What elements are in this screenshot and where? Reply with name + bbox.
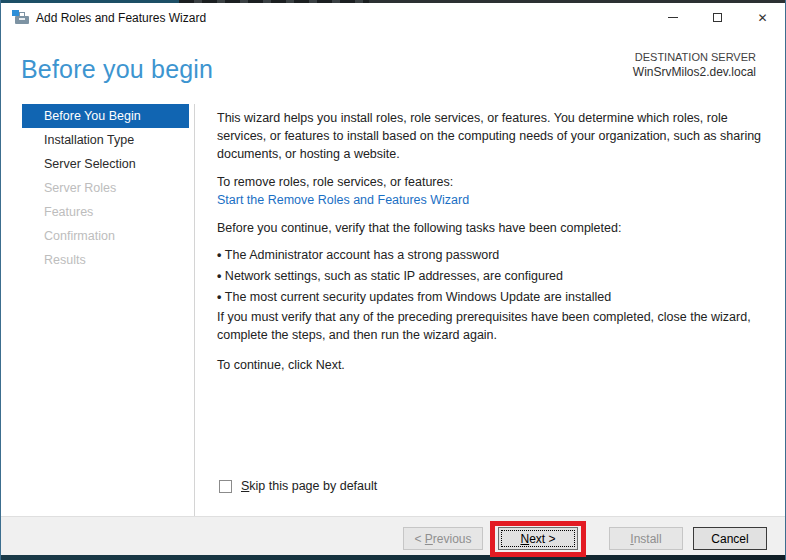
skip-default-label[interactable]: Skip this page by default [241,479,377,493]
nav-item-confirmation[interactable]: Confirmation [22,224,189,248]
remove-roles-wizard-link[interactable]: Start the Remove Roles and Features Wiza… [217,191,771,209]
destination-server-name: WinSrvMilos2.dev.local [633,64,756,80]
cancel-button[interactable]: Cancel [693,527,767,550]
close-icon: ✕ [757,12,767,24]
nav-item-results[interactable]: Results [22,248,189,272]
minimize-icon [668,17,678,18]
list-item: The most current security updates from W… [217,287,771,308]
page-content: This wizard helps you install roles, rol… [217,104,771,374]
maximize-icon [713,13,722,22]
list-item: Network settings, such as static IP addr… [217,266,771,287]
minimize-button[interactable] [650,3,695,32]
wizard-steps-nav: Before You Begin Installation Type Serve… [1,104,194,272]
nav-item-before-you-begin[interactable]: Before You Begin [22,104,189,128]
page-title: Before you begin [21,55,213,84]
previous-button[interactable]: < Previous [403,527,483,550]
skip-page-row: Skip this page by default [219,479,377,493]
title-bar: Add Roles and Features Wizard ✕ [1,3,785,32]
wizard-app-icon [12,10,30,25]
verify-intro: Before you continue, verify that the fol… [217,219,771,237]
prerequisite-note: If you must verify that any of the prece… [217,308,771,344]
list-item: The Administrator account has a strong p… [217,245,771,266]
remove-roles-label: To remove roles, role services, or featu… [217,173,771,191]
caption-buttons: ✕ [650,3,785,32]
nav-item-features[interactable]: Features [22,200,189,224]
continue-note: To continue, click Next. [217,356,771,374]
destination-server-label: DESTINATION SERVER [633,50,756,64]
nav-item-server-selection[interactable]: Server Selection [22,152,189,176]
intro-paragraph: This wizard helps you install roles, rol… [217,109,771,163]
window-title: Add Roles and Features Wizard [36,11,206,25]
skip-default-checkbox[interactable] [219,480,232,493]
destination-server-block: DESTINATION SERVER WinSrvMilos2.dev.loca… [633,50,756,80]
nav-item-server-roles[interactable]: Server Roles [22,176,189,200]
nav-content-divider [194,104,195,516]
wizard-window: Add Roles and Features Wizard ✕ Before y… [0,0,786,560]
maximize-button[interactable] [695,3,740,32]
nav-item-installation-type[interactable]: Installation Type [22,128,189,152]
close-button[interactable]: ✕ [740,3,785,32]
next-button[interactable]: Next > [498,527,578,550]
prerequisite-list: The Administrator account has a strong p… [217,245,771,308]
install-button[interactable]: Install [609,527,683,550]
background-window-bottom-edge [1,555,786,560]
